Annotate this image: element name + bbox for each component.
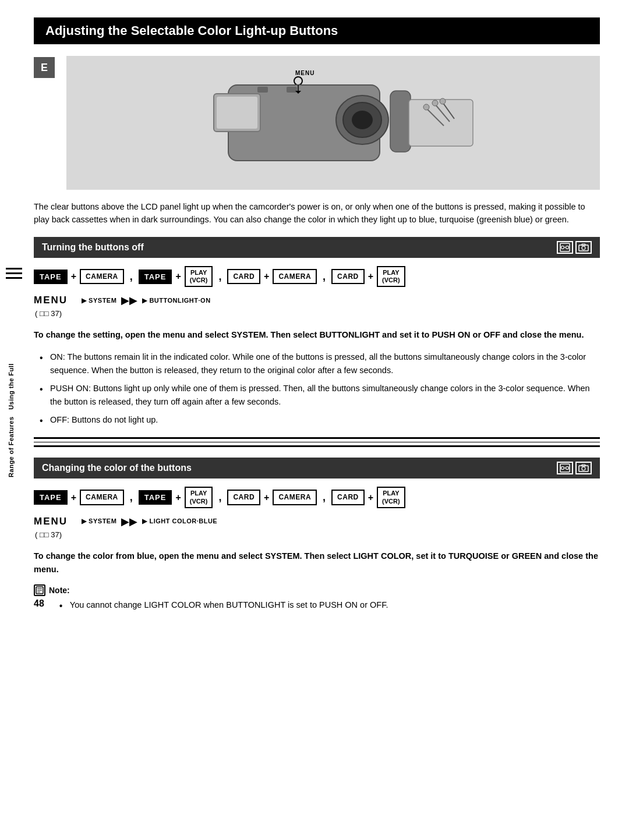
section1-page-ref: ( □□ 37) — [35, 309, 600, 318]
svg-point-19 — [440, 98, 446, 104]
svg-rect-9 — [272, 87, 282, 93]
comma-4: , — [130, 491, 133, 504]
section1-body: To change the setting, open the menu and… — [34, 328, 600, 342]
btn-play-vcr-4: PLAY(VCR) — [377, 487, 405, 508]
menu-word-1: MENU — [34, 295, 68, 306]
btn-card-4: CARD — [331, 490, 365, 505]
plus-1: + — [71, 271, 76, 282]
section1-menu-row: MENU ▶ SYSTEM ▶▶ ▶ BUTTONLIGHT·ON — [34, 294, 600, 307]
plus-7: + — [264, 492, 269, 503]
sidebar-text: Range of Features Using the Full — [8, 363, 15, 477]
btn-play-vcr-1: PLAY(VCR) — [185, 266, 213, 287]
comma-5: , — [218, 491, 221, 504]
camera-image-area: MENU — [66, 56, 600, 190]
section2-icons — [557, 462, 592, 474]
comma-2: , — [218, 271, 221, 283]
section2-body-bold: To change the color from blue, open the … — [34, 551, 598, 574]
svg-rect-7 — [217, 97, 257, 129]
section2-body: To change the color from blue, open the … — [34, 550, 600, 576]
menu-arrow-1: ▶▶ — [121, 294, 137, 307]
btn-camera-1: CAMERA — [80, 269, 124, 284]
btn-tape-4: TAPE — [139, 490, 172, 505]
page-number: 48 — [34, 598, 44, 609]
note-box: Note: 48 You cannot change LIGHT COLOR w… — [34, 584, 600, 616]
divider — [34, 437, 600, 447]
menu-word-2: MENU — [34, 516, 68, 527]
camera-illustration: MENU — [72, 62, 594, 184]
section2-title: Changing the color of the buttons — [42, 463, 192, 473]
section1-button-row: TAPE + CAMERA , TAPE + PLAY(VCR) , CARD … — [34, 266, 600, 287]
section2-menu-row: MENU ▶ SYSTEM ▶▶ ▶ LIGHT COLOR·BLUE — [34, 515, 600, 528]
bullet-push-on: PUSH ON: Buttons light up only while one… — [40, 382, 600, 409]
svg-point-24 — [566, 246, 569, 249]
camera-svg: MENU — [182, 65, 485, 181]
section1-header: Turning the buttons off — [34, 237, 600, 258]
camera-icon-2 — [575, 462, 592, 474]
svg-rect-8 — [257, 87, 268, 93]
svg-rect-12 — [390, 91, 411, 152]
btn-tape-3: TAPE — [34, 490, 68, 505]
sidebar: Range of Features Using the Full — [0, 0, 22, 840]
divider-line-3 — [34, 445, 600, 447]
plus-3: + — [264, 271, 269, 282]
svg-rect-10 — [287, 87, 297, 93]
divider-line-1 — [34, 437, 600, 439]
section1-title: Turning the buttons off — [42, 242, 144, 253]
menu-lightcolor: ▶ LIGHT COLOR·BLUE — [137, 518, 222, 525]
page-title: Adjusting the Selectable Color Light-up … — [34, 17, 600, 44]
bullet-on: ON: The buttons remain lit in the indica… — [40, 350, 600, 377]
plus-8: + — [368, 492, 373, 503]
svg-point-30 — [561, 467, 564, 470]
comma-1: , — [130, 271, 133, 283]
tape-icon — [557, 241, 573, 254]
intro-section: E MENU — [34, 56, 600, 190]
svg-text:MENU: MENU — [295, 70, 314, 76]
svg-point-1 — [294, 77, 302, 85]
svg-point-27 — [582, 246, 585, 250]
btn-camera-3: CAMERA — [80, 490, 124, 505]
note-content-row: 48 You cannot change LIGHT COLOR when BU… — [34, 598, 600, 616]
btn-card-2: CARD — [331, 269, 365, 284]
svg-point-17 — [423, 104, 429, 110]
svg-rect-11 — [301, 87, 312, 93]
sidebar-label-using: Using the Full — [8, 363, 15, 410]
note-header: Note: — [34, 584, 600, 596]
btn-tape-2: TAPE — [139, 270, 172, 284]
svg-point-18 — [432, 100, 438, 106]
svg-point-23 — [561, 246, 564, 249]
btn-camera-4: CAMERA — [273, 490, 317, 505]
comma-6: , — [323, 491, 326, 504]
bullet-off: OFF: Buttons do not light up. — [40, 413, 600, 427]
section2-header: Changing the color of the buttons — [34, 458, 600, 479]
section1-icons — [557, 241, 592, 254]
e-badge: E — [34, 57, 55, 78]
btn-camera-2: CAMERA — [273, 269, 317, 284]
sidebar-lines — [6, 268, 22, 279]
btn-card-3: CARD — [227, 490, 260, 505]
plus-6: + — [175, 492, 181, 503]
menu-system-2: ▶ SYSTEM — [77, 518, 121, 525]
section2-page-ref: ( □□ 37) — [35, 530, 600, 539]
divider-line-2 — [34, 442, 600, 442]
plus-4: + — [368, 271, 373, 282]
btn-play-vcr-2: PLAY(VCR) — [377, 266, 405, 287]
description-text: The clear buttons above the LCD panel li… — [34, 200, 600, 226]
svg-point-5 — [352, 111, 373, 129]
plus-2: + — [175, 271, 181, 282]
note-icon — [34, 584, 45, 596]
btn-play-vcr-3: PLAY(VCR) — [185, 487, 213, 508]
menu-buttonlight: ▶ BUTTONLIGHT·ON — [137, 297, 215, 304]
menu-arrow-2: ▶▶ — [121, 515, 137, 528]
note-bullet-1: You cannot change LIGHT COLOR when BUTTO… — [59, 598, 388, 612]
btn-tape-1: TAPE — [34, 270, 68, 284]
sidebar-label-features: Range of Features — [8, 416, 15, 477]
note-label: Note: — [49, 586, 70, 595]
svg-point-31 — [566, 467, 569, 470]
svg-point-34 — [582, 467, 585, 470]
section2-button-row: TAPE + CAMERA , TAPE + PLAY(VCR) , CARD … — [34, 487, 600, 508]
tape-icon-2 — [557, 462, 573, 474]
section1-body-bold: To change the setting, open the menu and… — [34, 330, 584, 339]
main-content: Adjusting the Selectable Color Light-up … — [22, 0, 629, 840]
btn-card-1: CARD — [227, 269, 260, 284]
note-bullets: You cannot change LIGHT COLOR when BUTTO… — [59, 598, 388, 616]
